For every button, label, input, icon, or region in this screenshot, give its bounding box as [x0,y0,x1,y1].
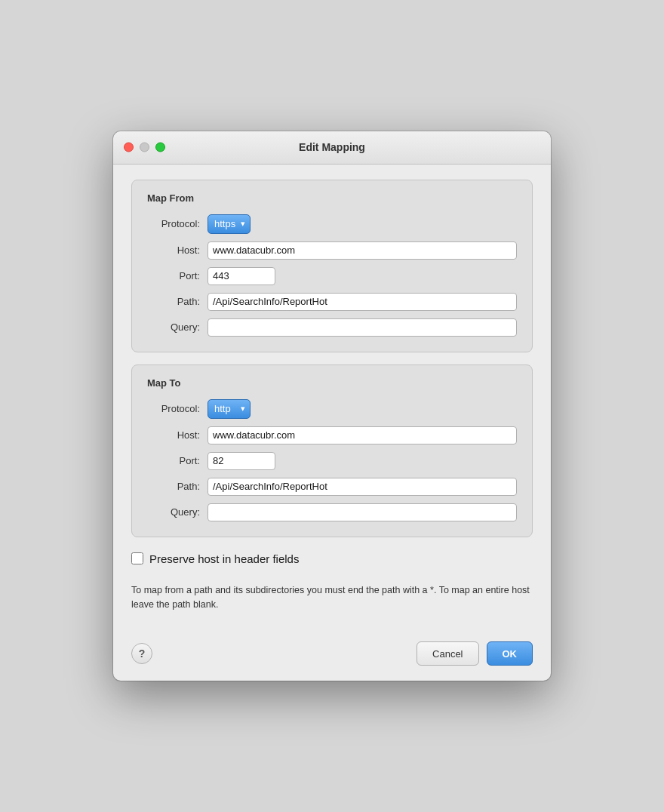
from-port-row: Port: [147,267,517,285]
map-to-section: Map To Protocol: http https ▾ Host: Port… [131,364,533,537]
from-port-input[interactable] [208,267,275,285]
from-host-input[interactable] [208,241,517,260]
to-host-label: Host: [147,429,200,441]
help-button[interactable]: ? [131,643,152,664]
map-to-title: Map To [147,377,517,389]
to-path-input[interactable] [208,478,517,496]
map-from-section: Map From Protocol: https http ▾ Host: Po… [131,180,533,352]
minimize-button[interactable] [140,143,149,152]
from-path-row: Path: [147,293,517,311]
close-button[interactable] [124,143,134,152]
to-port-input[interactable] [208,452,275,470]
from-query-row: Query: [147,318,517,337]
to-host-input[interactable] [208,426,517,444]
maximize-button[interactable] [155,143,165,152]
bottom-bar: ? Cancel OK [113,629,551,681]
from-protocol-select-wrapper[interactable]: https http ▾ [208,214,251,234]
from-host-label: Host: [147,245,200,256]
hint-text: To map from a path and its subdirectorie… [131,580,533,615]
cancel-button[interactable]: Cancel [417,641,478,666]
content-area: Map From Protocol: https http ▾ Host: Po… [113,165,551,630]
from-query-label: Query: [147,321,200,333]
edit-mapping-window: Edit Mapping Map From Protocol: https ht… [113,131,551,681]
to-query-input[interactable] [208,503,517,521]
to-protocol-dropdown-arrow: ▾ [241,404,245,414]
ok-button[interactable]: OK [487,641,533,666]
map-from-title: Map From [147,192,517,204]
traffic-lights [124,143,165,152]
from-query-input[interactable] [208,318,517,337]
from-host-row: Host: [147,241,517,260]
to-protocol-select[interactable]: http https [214,403,238,414]
from-protocol-label: Protocol: [147,218,200,229]
from-port-label: Port: [147,270,200,281]
preserve-host-label[interactable]: Preserve host in header fields [149,552,299,565]
to-host-row: Host: [147,426,517,444]
from-protocol-row: Protocol: https http ▾ [147,214,517,234]
to-query-label: Query: [147,506,200,518]
to-protocol-label: Protocol: [147,403,200,414]
to-path-label: Path: [147,481,200,492]
to-protocol-row: Protocol: http https ▾ [147,399,517,419]
to-protocol-select-wrapper[interactable]: http https ▾ [208,399,251,419]
window-title: Edit Mapping [299,141,365,153]
from-path-label: Path: [147,296,200,307]
to-port-row: Port: [147,452,517,470]
to-query-row: Query: [147,503,517,521]
from-path-input[interactable] [208,293,517,311]
titlebar: Edit Mapping [113,131,551,165]
preserve-host-row: Preserve host in header fields [131,549,533,568]
to-path-row: Path: [147,478,517,496]
from-protocol-select[interactable]: https http [214,218,238,229]
from-protocol-dropdown-arrow: ▾ [241,219,245,229]
preserve-host-checkbox[interactable] [131,552,143,564]
button-group: Cancel OK [417,641,533,666]
to-port-label: Port: [147,455,200,466]
